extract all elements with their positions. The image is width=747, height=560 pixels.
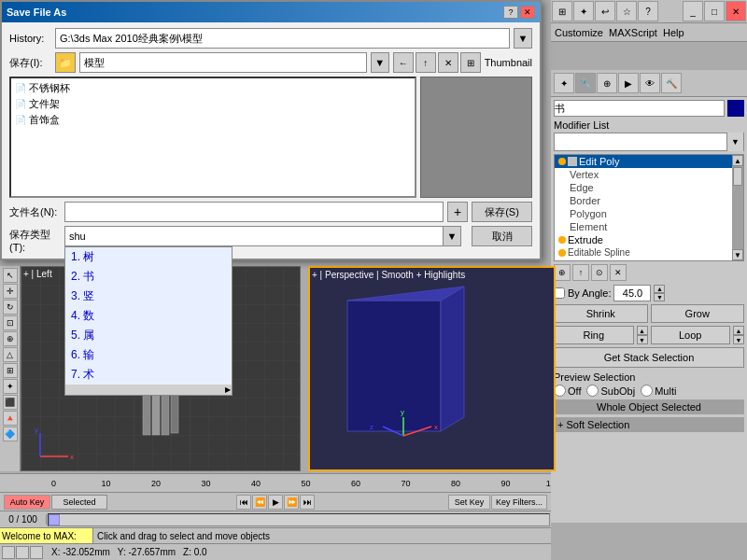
tab-utilities[interactable]: 🔨 bbox=[661, 73, 682, 93]
close-btn[interactable]: ✕ bbox=[726, 1, 746, 21]
goto-end-btn[interactable]: ⏭ bbox=[300, 495, 315, 510]
stack-item-edge[interactable]: Edge bbox=[555, 181, 743, 194]
angle-spin-down[interactable]: ▼ bbox=[654, 293, 665, 301]
toolbar-btn-2[interactable]: ✦ bbox=[573, 1, 594, 21]
loop-btn[interactable]: Loop bbox=[651, 326, 731, 344]
file-item-2[interactable]: 📄 文件架 bbox=[13, 96, 413, 112]
tab-create[interactable]: ✦ bbox=[554, 73, 574, 93]
toolbar-btn-5[interactable]: ? bbox=[638, 1, 658, 21]
file-item-1[interactable]: 📄 不锈钢杯 bbox=[13, 80, 413, 96]
tab-motion[interactable]: ▶ bbox=[618, 73, 639, 93]
dialog-help-btn[interactable]: ? bbox=[503, 6, 518, 19]
save-btn[interactable]: 保存(S) bbox=[472, 202, 532, 222]
stack-item-polygon[interactable]: Polygon bbox=[555, 207, 743, 220]
tool-rotate[interactable]: ↻ bbox=[3, 300, 18, 315]
loop-spin-up[interactable]: ▲ bbox=[733, 326, 744, 335]
play-btn[interactable]: ▶ bbox=[268, 495, 283, 510]
nav-new-folder[interactable]: ⊞ bbox=[460, 52, 481, 73]
history-combo-btn[interactable]: ▼ bbox=[514, 28, 532, 49]
scroll-up-btn[interactable]: ▲ bbox=[732, 155, 743, 166]
auto-key-btn[interactable]: Auto Key bbox=[4, 495, 50, 510]
scroll-down-btn[interactable]: ▼ bbox=[732, 249, 743, 260]
ring-spin-up[interactable]: ▲ bbox=[637, 326, 648, 335]
tool-5[interactable]: ⬛ bbox=[3, 395, 18, 410]
menu-customize[interactable]: Customize bbox=[555, 27, 603, 38]
tab-modify[interactable]: 🔧 bbox=[575, 73, 596, 93]
nav-up[interactable]: ↑ bbox=[416, 52, 436, 73]
nav-delete[interactable]: ✕ bbox=[438, 52, 458, 73]
autocomplete-scroll-down[interactable]: ▶ bbox=[225, 385, 231, 394]
menu-maxscript[interactable]: MAXScript bbox=[609, 27, 657, 38]
tool-6[interactable]: 🔺 bbox=[3, 411, 18, 426]
color-swatch[interactable] bbox=[727, 100, 744, 117]
toolbar-btn-3[interactable]: ↩ bbox=[595, 1, 615, 21]
history-combo[interactable]: G:\3ds Max 2010经典案例\模型 bbox=[55, 28, 510, 49]
autocomplete-item-4[interactable]: 4. 数 bbox=[65, 306, 232, 326]
stack-icon-3[interactable]: ⊙ bbox=[591, 264, 608, 281]
tab-hierarchy[interactable]: ⊕ bbox=[597, 73, 617, 93]
savetype-combo[interactable]: shu bbox=[64, 226, 461, 246]
ring-btn[interactable]: Ring bbox=[554, 326, 634, 344]
savetype-combo-btn[interactable]: ▼ bbox=[443, 226, 461, 246]
filename-input[interactable] bbox=[64, 202, 444, 222]
tool-move[interactable]: ✛ bbox=[3, 284, 18, 299]
stack-item-edit-poly[interactable]: Edit Poly bbox=[555, 155, 743, 168]
stack-icon-2[interactable]: ↑ bbox=[572, 264, 589, 281]
modifier-combo-btn[interactable]: ▼ bbox=[726, 133, 743, 151]
plus-btn[interactable]: + bbox=[447, 202, 468, 222]
folder-icon[interactable]: 📁 bbox=[55, 52, 76, 73]
radio-multi[interactable] bbox=[641, 385, 653, 397]
time-slider[interactable] bbox=[48, 513, 550, 526]
grow-btn[interactable]: Grow bbox=[651, 304, 745, 323]
stack-item-border[interactable]: Border bbox=[555, 194, 743, 207]
autocomplete-item-1[interactable]: 1. 树 bbox=[65, 247, 232, 267]
restore-btn[interactable]: □ bbox=[704, 1, 725, 21]
stack-item-element[interactable]: Element bbox=[555, 220, 743, 233]
goto-start-btn[interactable]: ⏮ bbox=[236, 495, 251, 510]
file-item-3[interactable]: 📄 首饰盒 bbox=[13, 112, 413, 128]
snap-icon[interactable] bbox=[30, 546, 43, 559]
tool-4[interactable]: ✦ bbox=[3, 379, 18, 394]
scroll-thumb[interactable] bbox=[733, 167, 742, 186]
autocomplete-item-7[interactable]: 7. 术 bbox=[65, 365, 232, 385]
object-name-input[interactable] bbox=[554, 100, 725, 117]
dialog-close-btn[interactable]: ✕ bbox=[520, 6, 535, 19]
cancel-btn[interactable]: 取消 bbox=[472, 226, 532, 246]
toolbar-btn-4[interactable]: ☆ bbox=[616, 1, 637, 21]
loop-spin-down[interactable]: ▼ bbox=[733, 335, 744, 344]
get-stack-selection-btn[interactable]: Get Stack Selection bbox=[554, 347, 744, 368]
autocomplete-item-3[interactable]: 3. 竖 bbox=[65, 287, 232, 306]
savein-combo[interactable]: 模型 bbox=[79, 52, 367, 73]
radio-subobj[interactable] bbox=[586, 385, 599, 397]
minimize-btn[interactable]: _ bbox=[683, 1, 703, 21]
tool-select[interactable]: ↖ bbox=[3, 268, 18, 283]
toolbar-btn-1[interactable]: ⊞ bbox=[552, 1, 572, 21]
stack-item-extrude[interactable]: Extrude bbox=[555, 233, 743, 246]
soft-selection-header[interactable]: + Soft Selection bbox=[554, 417, 744, 432]
stack-item-editable-spline[interactable]: Editable Spline bbox=[555, 246, 743, 259]
tool-scale[interactable]: ⊡ bbox=[3, 315, 18, 330]
file-list[interactable]: 📄 不锈钢杯 📄 文件架 📄 首饰盒 bbox=[9, 77, 416, 198]
angle-spin-up[interactable]: ▲ bbox=[654, 285, 665, 293]
tab-display[interactable]: 👁 bbox=[640, 73, 660, 93]
lock-icon[interactable] bbox=[2, 546, 15, 559]
autocomplete-item-5[interactable]: 5. 属 bbox=[65, 326, 232, 345]
key-icon[interactable] bbox=[16, 546, 29, 559]
stack-icon-1[interactable]: ⊕ bbox=[554, 264, 571, 281]
next-frame-btn[interactable]: ⏩ bbox=[284, 495, 299, 510]
tool-2[interactable]: △ bbox=[3, 347, 18, 362]
ring-spin-down[interactable]: ▼ bbox=[637, 335, 648, 344]
set-key-btn[interactable]: Set Key bbox=[448, 495, 490, 510]
time-slider-handle[interactable] bbox=[49, 514, 60, 525]
menu-help[interactable]: Help bbox=[663, 27, 684, 38]
tool-7[interactable]: 🔷 bbox=[3, 427, 18, 441]
nav-back[interactable]: ← bbox=[393, 52, 414, 73]
autocomplete-item-6[interactable]: 6. 输 bbox=[65, 345, 232, 365]
stack-icon-4[interactable]: ✕ bbox=[610, 264, 627, 281]
stack-item-vertex[interactable]: Vertex bbox=[555, 168, 743, 181]
autocomplete-item-2[interactable]: 2. 书 bbox=[65, 267, 232, 287]
tool-1[interactable]: ⊕ bbox=[3, 331, 18, 346]
tool-3[interactable]: ⊞ bbox=[3, 363, 18, 378]
shrink-btn[interactable]: Shrink bbox=[554, 304, 648, 323]
prev-frame-btn[interactable]: ⏪ bbox=[252, 495, 267, 510]
